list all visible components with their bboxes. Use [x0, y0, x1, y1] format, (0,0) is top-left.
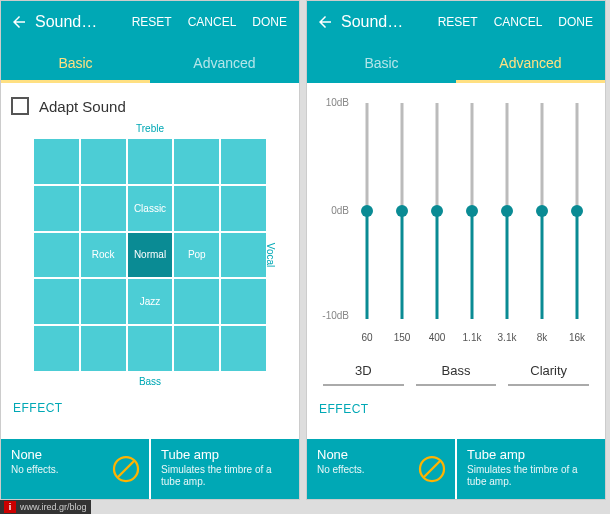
- sound-grid: Treble Bass Instrument Vocal Classic: [20, 125, 280, 385]
- effect-none[interactable]: None No effects.: [1, 439, 149, 499]
- grid-cell[interactable]: [34, 186, 79, 231]
- prohibit-icon: [111, 454, 141, 484]
- sfx-bass[interactable]: Bass: [416, 357, 497, 386]
- effect-tube-title: Tube amp: [161, 447, 289, 462]
- tab-bar: Basic Advanced: [1, 43, 299, 83]
- effect-heading: EFFECT: [319, 402, 595, 416]
- slider-thumb-icon: [571, 205, 583, 217]
- effect-tube[interactable]: Tube amp Simulates the timbre of a tube …: [457, 439, 605, 499]
- eq-band-label: 16k: [565, 332, 589, 343]
- grid-cell[interactable]: [174, 326, 219, 371]
- preset-classic[interactable]: Classic: [128, 186, 173, 231]
- eq-slider-1-1k[interactable]: [460, 103, 484, 319]
- eq-slider-3-1k[interactable]: [495, 103, 519, 319]
- eq-ylabel-mid: 0dB: [331, 205, 349, 216]
- source-footer: i www.ired.gr/blog: [0, 500, 91, 514]
- slider-thumb-icon: [466, 205, 478, 217]
- advanced-content: 10dB 0dB -10dB 60 150 400 1: [307, 83, 605, 439]
- effect-tube-desc: Simulates the timbre of a tube amp.: [161, 464, 289, 488]
- sfx-clarity[interactable]: Clarity: [508, 357, 589, 386]
- eq-ylabel-top: 10dB: [326, 97, 349, 108]
- effect-tube-title: Tube amp: [467, 447, 595, 462]
- preset-pop[interactable]: Pop: [174, 233, 219, 278]
- eq-band-label: 8k: [530, 332, 554, 343]
- arrow-left-icon: [10, 13, 28, 31]
- slider-thumb-icon: [396, 205, 408, 217]
- reset-button[interactable]: RESET: [124, 7, 180, 37]
- grid-cell[interactable]: [174, 186, 219, 231]
- app-header: Sound… RESET CANCEL DONE: [1, 1, 299, 43]
- effect-tube[interactable]: Tube amp Simulates the timbre of a tube …: [151, 439, 299, 499]
- grid-cell[interactable]: [34, 279, 79, 324]
- cancel-button[interactable]: CANCEL: [486, 7, 551, 37]
- phone-basic: Sound… RESET CANCEL DONE Basic Advanced …: [0, 0, 300, 500]
- tab-bar: Basic Advanced: [307, 43, 605, 83]
- grid-cell[interactable]: [128, 139, 173, 184]
- slider-thumb-icon: [431, 205, 443, 217]
- effects-row: None No effects. Tube amp Simulates the …: [1, 439, 299, 499]
- tab-basic[interactable]: Basic: [307, 43, 456, 83]
- effects-row: None No effects. Tube amp Simulates the …: [307, 439, 605, 499]
- grid-cell[interactable]: [128, 326, 173, 371]
- slider-thumb-icon: [501, 205, 513, 217]
- basic-content: Adapt Sound Treble Bass Instrument Vocal…: [1, 83, 299, 439]
- grid-cell[interactable]: [221, 233, 266, 278]
- eq-slider-400[interactable]: [425, 103, 449, 319]
- back-button[interactable]: [5, 8, 33, 36]
- grid-cell[interactable]: [81, 139, 126, 184]
- preset-normal[interactable]: Normal: [128, 233, 173, 278]
- sfx-3d[interactable]: 3D: [323, 357, 404, 386]
- done-button[interactable]: DONE: [550, 7, 601, 37]
- effect-heading: EFFECT: [13, 401, 289, 415]
- page-title: Sound…: [35, 13, 105, 31]
- reset-button[interactable]: RESET: [430, 7, 486, 37]
- grid-cell[interactable]: [81, 186, 126, 231]
- app-header: Sound… RESET CANCEL DONE: [307, 1, 605, 43]
- equalizer: 10dB 0dB -10dB 60 150 400 1: [317, 99, 595, 349]
- eq-slider-150[interactable]: [390, 103, 414, 319]
- tab-advanced[interactable]: Advanced: [456, 43, 605, 83]
- grid-cell[interactable]: [34, 233, 79, 278]
- source-url: www.ired.gr/blog: [20, 502, 87, 512]
- axis-treble: Treble: [136, 123, 164, 134]
- adapt-sound-checkbox[interactable]: [11, 97, 29, 115]
- eq-band-label: 3.1k: [495, 332, 519, 343]
- grid-cell[interactable]: [174, 279, 219, 324]
- slider-thumb-icon: [536, 205, 548, 217]
- done-button[interactable]: DONE: [244, 7, 295, 37]
- prohibit-icon: [417, 454, 447, 484]
- source-badge-icon: i: [4, 501, 16, 513]
- eq-slider-60[interactable]: [355, 103, 379, 319]
- grid-cell[interactable]: [34, 326, 79, 371]
- arrow-left-icon: [316, 13, 334, 31]
- eq-band-label: 150: [390, 332, 414, 343]
- preset-jazz[interactable]: Jazz: [128, 279, 173, 324]
- grid-cell[interactable]: [34, 139, 79, 184]
- eq-band-label: 60: [355, 332, 379, 343]
- eq-band-label: 1.1k: [460, 332, 484, 343]
- effect-none[interactable]: None No effects.: [307, 439, 455, 499]
- grid-cell[interactable]: [221, 139, 266, 184]
- eq-slider-8k[interactable]: [530, 103, 554, 319]
- grid-cell[interactable]: [174, 139, 219, 184]
- slider-thumb-icon: [361, 205, 373, 217]
- svg-line-1: [118, 461, 135, 478]
- axis-bass: Bass: [139, 376, 161, 387]
- effect-tube-desc: Simulates the timbre of a tube amp.: [467, 464, 595, 488]
- tab-advanced[interactable]: Advanced: [150, 43, 299, 83]
- grid-cell[interactable]: [221, 279, 266, 324]
- grid-cell[interactable]: [221, 326, 266, 371]
- cancel-button[interactable]: CANCEL: [180, 7, 245, 37]
- preset-rock[interactable]: Rock: [81, 233, 126, 278]
- eq-ylabel-bot: -10dB: [322, 310, 349, 321]
- back-button[interactable]: [311, 8, 339, 36]
- eq-slider-16k[interactable]: [565, 103, 589, 319]
- grid-cell[interactable]: [81, 326, 126, 371]
- grid-cell[interactable]: [81, 279, 126, 324]
- phone-advanced: Sound… RESET CANCEL DONE Basic Advanced …: [306, 0, 606, 500]
- tab-basic[interactable]: Basic: [1, 43, 150, 83]
- adapt-sound-label: Adapt Sound: [39, 98, 126, 115]
- grid-cell[interactable]: [221, 186, 266, 231]
- page-title: Sound…: [341, 13, 411, 31]
- eq-band-label: 400: [425, 332, 449, 343]
